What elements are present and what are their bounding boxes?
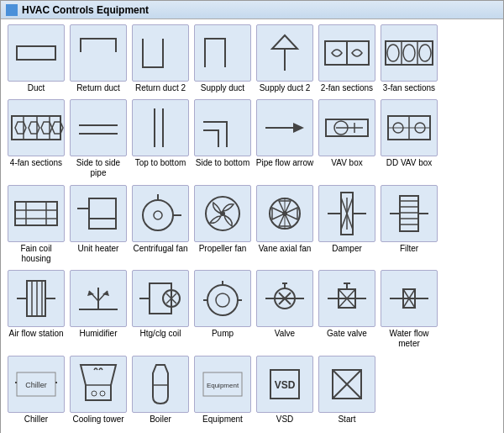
item-dd-vav-box[interactable]: DD VAV box	[379, 99, 439, 182]
label-side-to-side-pipe: Side to side pipe	[68, 158, 129, 178]
label-vane-axial-fan: Vane axial fan	[259, 244, 312, 254]
label-supply-duct: Supply duct	[201, 83, 244, 93]
label-htg-clg-coil: Htg/clg coil	[140, 329, 181, 339]
svg-rect-0	[17, 46, 55, 60]
icon-boiler[interactable]	[132, 356, 189, 413]
item-filter[interactable]: Filter	[379, 185, 439, 268]
item-return-duct-2[interactable]: Return duct 2	[130, 24, 191, 98]
label-chiller: Chiller	[24, 415, 48, 425]
icon-propeller-fan[interactable]	[194, 185, 251, 242]
item-pump[interactable]: Pump	[192, 270, 253, 353]
item-htg-clg-coil[interactable]: Htg/clg coil	[130, 270, 191, 353]
svg-rect-82	[150, 283, 171, 314]
icon-fan-coil-housing[interactable]	[8, 185, 65, 242]
icon-gate-valve[interactable]	[318, 270, 375, 327]
item-vsd[interactable]: VSD VSD	[255, 356, 315, 429]
item-side-to-bottom[interactable]: Side to bottom	[192, 99, 253, 182]
item-duct[interactable]: Duct	[6, 24, 66, 98]
item-cooling-tower[interactable]: Cooling tower	[68, 356, 129, 429]
icon-water-flow-meter[interactable]	[381, 270, 438, 327]
label-duct: Duct	[28, 83, 45, 93]
icon-unit-heater[interactable]	[70, 185, 127, 242]
icon-filter[interactable]	[381, 185, 438, 242]
svg-marker-19	[52, 122, 63, 134]
item-supply-duct-2[interactable]: Supply duct 2	[255, 24, 315, 98]
label-damper: Damper	[332, 244, 362, 254]
icon-3-fan-sections[interactable]	[381, 24, 438, 82]
icon-pump[interactable]	[194, 270, 251, 327]
svg-point-11	[419, 45, 431, 61]
label-unit-heater: Unit heater	[78, 244, 119, 254]
item-3-fan-sections[interactable]: 3-fan sections	[379, 24, 439, 98]
icon-vane-axial-fan[interactable]	[256, 185, 313, 242]
icon-air-flow-station[interactable]	[8, 270, 65, 327]
icon-vsd[interactable]: VSD	[256, 356, 313, 413]
item-start[interactable]: Start	[317, 356, 377, 429]
label-dd-vav-box: DD VAV box	[386, 158, 433, 168]
item-4-fan-sections[interactable]: 4-fan sections	[6, 99, 66, 182]
icon-return-duct[interactable]	[70, 24, 127, 82]
icon-humidifier[interactable]	[70, 270, 127, 327]
item-water-flow-meter[interactable]: Water flow meter	[379, 270, 439, 353]
item-chiller[interactable]: Chiller Chiller	[6, 356, 66, 429]
label-gate-valve: Gate valve	[327, 329, 367, 339]
item-supply-duct[interactable]: Supply duct	[192, 24, 253, 98]
icon-damper[interactable]	[318, 185, 375, 242]
svg-point-113	[100, 391, 105, 396]
icon-grid: Duct Return duct Return duct 2	[1, 19, 503, 433]
icon-start[interactable]	[318, 356, 375, 413]
icon-htg-clg-coil[interactable]	[132, 270, 189, 327]
label-water-flow-meter: Water flow meter	[379, 329, 439, 349]
item-centrifugal-fan[interactable]: Centrifugal fan	[130, 185, 191, 268]
label-2-fan-sections: 2-fan sections	[321, 83, 373, 93]
icon-dd-vav-box[interactable]	[381, 99, 438, 156]
item-propeller-fan[interactable]: Propeller fan	[192, 185, 253, 268]
item-equipment[interactable]: Equipment Equipment	[192, 356, 253, 429]
icon-vav-box[interactable]	[318, 99, 375, 156]
label-equipment: Equipment	[202, 415, 243, 425]
svg-text:Chiller: Chiller	[25, 381, 47, 389]
icon-side-to-bottom[interactable]	[194, 99, 251, 156]
svg-point-44	[154, 211, 162, 219]
item-humidifier[interactable]: Humidifier	[68, 270, 129, 353]
icon-supply-duct-2[interactable]	[256, 24, 313, 82]
item-pipe-flow-arrow[interactable]: Pipe flow arrow	[255, 99, 315, 182]
icon-4-fan-sections[interactable]	[8, 99, 65, 156]
item-side-to-side-pipe[interactable]: Side to side pipe	[68, 99, 129, 182]
item-valve[interactable]: Valve	[255, 270, 315, 353]
item-top-to-bottom[interactable]: Top to bottom	[130, 99, 191, 182]
item-fan-coil-housing[interactable]: Fain coil housing	[6, 185, 66, 268]
svg-rect-35	[15, 202, 57, 225]
item-boiler[interactable]: Boiler	[130, 356, 191, 429]
icon-side-to-side-pipe[interactable]	[70, 99, 127, 156]
icon-equipment[interactable]: Equipment	[194, 356, 251, 413]
item-unit-heater[interactable]: Unit heater	[68, 185, 129, 268]
svg-text:VSD: VSD	[275, 379, 296, 391]
icon-pipe-flow-arrow[interactable]	[256, 99, 313, 156]
icon-return-duct-2[interactable]	[132, 24, 189, 82]
label-boiler: Boiler	[150, 415, 171, 425]
item-damper[interactable]: Damper	[317, 185, 377, 268]
label-return-duct: Return duct	[76, 83, 120, 93]
icon-chiller[interactable]: Chiller	[8, 356, 65, 413]
icon-valve[interactable]	[256, 270, 313, 327]
icon-centrifugal-fan[interactable]	[132, 185, 189, 242]
label-filter: Filter	[400, 244, 418, 254]
icon-top-to-bottom[interactable]	[132, 99, 189, 156]
icon-supply-duct[interactable]	[194, 24, 251, 82]
label-start: Start	[338, 415, 355, 425]
label-return-duct-2: Return duct 2	[135, 83, 186, 93]
svg-rect-41	[89, 219, 116, 229]
svg-rect-40	[89, 198, 116, 219]
item-gate-valve[interactable]: Gate valve	[317, 270, 377, 353]
label-centrifugal-fan: Centrifugal fan	[133, 244, 187, 254]
icon-2-fan-sections[interactable]	[318, 24, 375, 82]
item-return-duct[interactable]: Return duct	[68, 24, 129, 98]
item-2-fan-sections[interactable]: 2-fan sections	[317, 24, 377, 98]
item-vane-axial-fan[interactable]: Vane axial fan	[255, 185, 315, 268]
item-air-flow-station[interactable]: Air flow station	[6, 270, 66, 353]
icon-cooling-tower[interactable]	[70, 356, 127, 413]
icon-duct[interactable]	[8, 24, 65, 82]
label-4-fan-sections: 4-fan sections	[10, 158, 62, 168]
item-vav-box[interactable]: VAV box	[317, 99, 377, 182]
